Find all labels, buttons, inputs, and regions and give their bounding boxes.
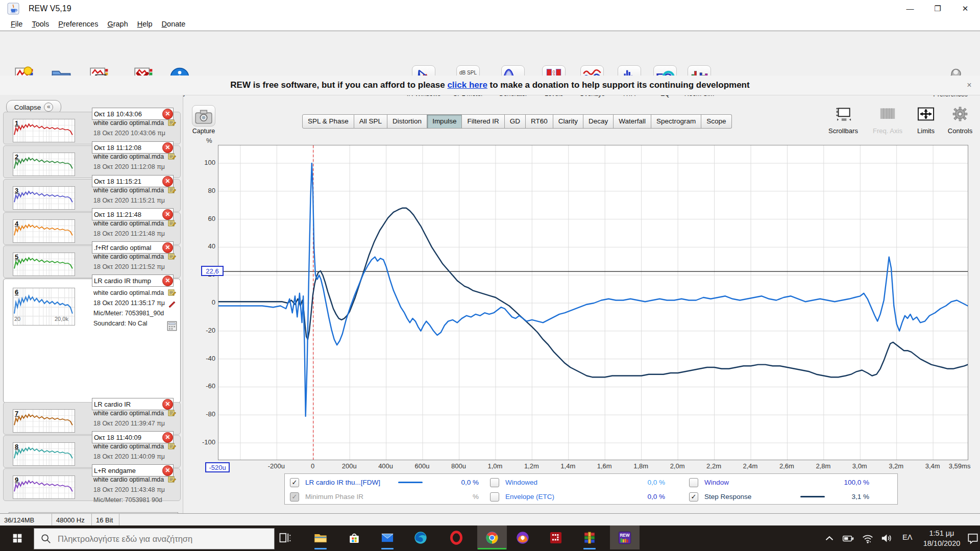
delete-measurement-button[interactable]: ✕ [162, 242, 173, 253]
tab-spectrogram[interactable]: Spectrogram [651, 114, 701, 129]
menu-item-file[interactable]: File [6, 18, 27, 30]
tab-rt60[interactable]: RT60 [526, 114, 553, 129]
maximize-button[interactable]: ❐ [926, 0, 949, 17]
tab-filtered-ir[interactable]: Filtered IR [462, 114, 504, 129]
scrollbars-button[interactable]: Scrollbars [820, 105, 866, 135]
tab-impulse[interactable]: Impulse [427, 114, 462, 129]
lr-cardio-ir-thu-fdw--checkbox[interactable]: ✓ [290, 478, 299, 487]
toolbar: MeasureOpenSave AllRemove AllInfoIR Wind… [0, 32, 980, 76]
close-button[interactable]: ✕ [953, 0, 977, 17]
delete-measurement-button[interactable]: ✕ [162, 176, 173, 187]
legend-label: Minimum Phase IR [305, 493, 363, 500]
windowed-checkbox[interactable] [490, 478, 499, 487]
thumbnail-trace [13, 253, 75, 276]
banner-close-icon[interactable]: × [963, 76, 976, 95]
minimum-phase-ir-checkbox[interactable]: ✓ [290, 492, 299, 502]
measurement-name-input[interactable] [92, 141, 174, 154]
controls-button[interactable]: Controls [937, 105, 980, 135]
search-input[interactable] [57, 534, 263, 544]
limits-icon [916, 105, 936, 122]
tab-all-spl[interactable]: All SPL [354, 114, 387, 129]
menu-item-donate[interactable]: Donate [157, 18, 190, 30]
language-indicator[interactable]: ΕΛ [902, 533, 912, 541]
delete-measurement-button[interactable]: ✕ [162, 142, 173, 153]
y-axis-tick-label: 60 [193, 215, 215, 222]
delete-measurement-button[interactable]: ✕ [162, 209, 173, 220]
delete-measurement-button[interactable]: ✕ [162, 432, 173, 443]
chevron-up-tray-button[interactable] [823, 532, 836, 545]
envelope-etc--checkbox[interactable] [490, 492, 499, 502]
wifi-tray-button[interactable] [861, 532, 874, 545]
edge-taskbar-button[interactable] [406, 525, 435, 549]
measurement-name-input[interactable] [92, 464, 174, 477]
tab-spl-phase[interactable]: SPL & Phase [302, 114, 354, 129]
tab-waterfall[interactable]: Waterfall [614, 114, 651, 129]
impulse-plot[interactable] [218, 145, 968, 460]
measurement-thumbnail[interactable]: 9 [13, 475, 75, 499]
measurement-name-input[interactable] [92, 398, 174, 410]
delete-measurement-button[interactable]: ✕ [162, 109, 173, 119]
minimize-button[interactable]: — [898, 0, 922, 17]
store-taskbar-button[interactable] [339, 525, 369, 549]
entry-info-line: white cardio optimal.mda [93, 476, 164, 483]
opera-taskbar-button[interactable] [442, 525, 471, 549]
start-button[interactable] [5, 525, 30, 551]
task-view-taskbar-button[interactable] [271, 525, 300, 549]
measurement-name-input[interactable] [92, 108, 174, 120]
trim-pencil-icon[interactable] [168, 299, 176, 308]
delete-measurement-button[interactable]: ✕ [162, 276, 173, 286]
measurement-name-input[interactable] [92, 175, 174, 187]
winrar-taskbar-button[interactable] [575, 525, 604, 549]
clock[interactable]: 1:51 μμ18/10/2020 [914, 528, 970, 548]
battery-tray-button[interactable]: × [842, 532, 855, 545]
tab-clarity[interactable]: Clarity [553, 114, 583, 129]
delete-measurement-button[interactable]: ✕ [162, 399, 173, 410]
taskbar-search[interactable] [34, 528, 275, 549]
measurement-thumbnail[interactable]: 2 [13, 153, 75, 176]
wifi-icon [861, 532, 874, 545]
cal-settings-icon[interactable] [167, 321, 177, 331]
volume-tray-button[interactable] [880, 532, 893, 545]
notification-tray-button[interactable] [966, 532, 979, 545]
notes-icon[interactable] [168, 288, 176, 296]
measurement-thumbnail[interactable]: 5 [13, 253, 75, 276]
tab-gd[interactable]: GD [505, 114, 526, 129]
remote-app-taskbar-button[interactable] [541, 525, 571, 549]
mail-taskbar-button[interactable] [373, 525, 402, 549]
menu-item-graph[interactable]: Graph [103, 18, 132, 30]
measurement-name-input[interactable] [92, 208, 174, 220]
chrome-taskbar-button[interactable] [477, 525, 507, 549]
entry-info-line: white cardio optimal.mda [93, 153, 164, 160]
java-app-icon [7, 3, 19, 15]
entry-info-line: white cardio optimal.mda [93, 443, 164, 450]
step-response-checkbox[interactable]: ✓ [689, 492, 698, 502]
measurement-thumbnail[interactable]: 3 [13, 186, 75, 210]
measurement-name-input[interactable] [92, 431, 174, 443]
menu-bar: FileToolsPreferencesGraphHelpDonate [0, 17, 980, 31]
measurement-name-input[interactable] [92, 241, 174, 254]
donation-link[interactable]: click here [447, 80, 487, 90]
file-explorer-taskbar-button[interactable] [306, 525, 335, 549]
volume-icon [880, 532, 893, 545]
measurement-thumbnail[interactable]: 4 [13, 219, 75, 243]
delete-measurement-button[interactable]: ✕ [162, 465, 173, 476]
rew-app-taskbar-button[interactable]: REW [610, 525, 640, 549]
svg-text:×: × [850, 537, 853, 542]
tab-scope[interactable]: Scope [701, 114, 731, 129]
avast-browser-taskbar-button[interactable] [508, 525, 537, 549]
menu-item-tools[interactable]: Tools [27, 18, 54, 30]
window-checkbox[interactable] [689, 478, 698, 487]
menu-item-preferences[interactable]: Preferences [54, 18, 103, 30]
measurement-thumbnail[interactable]: 8 [13, 442, 75, 466]
measurement-thumbnail[interactable]: 7 [13, 409, 75, 433]
menu-item-help[interactable]: Help [133, 18, 157, 30]
legend-line-sample [800, 496, 825, 497]
tab-decay[interactable]: Decay [583, 114, 614, 129]
entry-card[interactable]: 62020,0kwhite cardio optimal.mda18 Οκτ 2… [3, 279, 181, 403]
edge-icon [413, 531, 428, 545]
capture-button[interactable] [192, 105, 215, 127]
measurement-name-input[interactable] [92, 274, 174, 287]
tab-distortion[interactable]: Distortion [387, 114, 427, 129]
y-axis-tick-label: -40 [193, 355, 215, 362]
measurement-thumbnail[interactable]: 1 [13, 119, 75, 142]
